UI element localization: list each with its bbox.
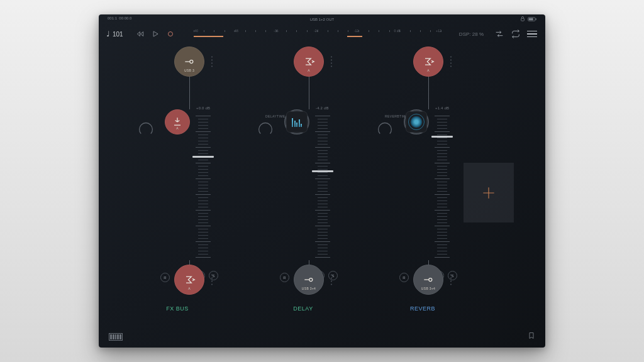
fader[interactable] bbox=[432, 116, 452, 260]
channel-reverb: A REVERBTIME +1.4 dB M S R USB 3+4 bbox=[369, 43, 476, 317]
input-io-node[interactable]: USB 3 bbox=[174, 47, 204, 77]
solo-button[interactable]: S bbox=[328, 271, 338, 280]
svg-point-4 bbox=[168, 32, 172, 36]
play-button[interactable] bbox=[150, 28, 161, 40]
channel-delay: A DELAYTIME -4.2 dB M S R USB 3+4 bbox=[250, 43, 357, 317]
footer bbox=[109, 331, 535, 343]
mixer-canvas: USB 3 A +0.0 dB M S R A bbox=[99, 43, 545, 332]
sum-input-node[interactable]: A bbox=[413, 47, 443, 77]
routing-button[interactable] bbox=[494, 28, 505, 40]
param-label: DELAYTIME bbox=[265, 114, 286, 118]
output-meter: -40-48-36-24-120 dB+12 bbox=[194, 28, 441, 40]
header: ♩ 101 -40-48-36-24-120 dB+12 DSP: 28 % bbox=[99, 25, 545, 43]
status-icons bbox=[520, 16, 536, 21]
menu-button[interactable] bbox=[526, 28, 538, 40]
svg-rect-2 bbox=[536, 18, 536, 20]
channel-name[interactable]: DELAY bbox=[250, 305, 357, 312]
channel-name[interactable]: FX BUS bbox=[124, 305, 231, 312]
record-button[interactable] bbox=[165, 28, 176, 40]
rewind-button[interactable] bbox=[135, 28, 146, 40]
tempo[interactable]: ♩ 101 bbox=[106, 30, 123, 38]
svg-point-5 bbox=[190, 60, 193, 63]
keyboard-icon[interactable] bbox=[109, 333, 123, 341]
meter-level-r bbox=[347, 36, 362, 37]
output-node[interactable]: A bbox=[165, 109, 190, 134]
reverbtime-knob[interactable] bbox=[377, 121, 393, 137]
plus-icon bbox=[480, 185, 497, 201]
gain-readout: +0.0 dB bbox=[196, 106, 210, 110]
add-channel-button[interactable] bbox=[464, 163, 514, 222]
transport bbox=[135, 28, 176, 40]
svg-point-6 bbox=[309, 278, 313, 282]
output-io-node[interactable]: USB 3+4 bbox=[413, 265, 443, 295]
reverb-fx-node[interactable] bbox=[404, 109, 429, 134]
sum-node[interactable]: A bbox=[174, 265, 204, 295]
channel-fxbus: USB 3 A +0.0 dB M S R A bbox=[130, 43, 237, 317]
fader[interactable] bbox=[313, 116, 333, 260]
svg-rect-0 bbox=[521, 18, 525, 21]
sum-input-node[interactable]: A bbox=[294, 47, 324, 77]
gain-readout: +1.4 dB bbox=[435, 106, 449, 110]
delaytime-knob[interactable] bbox=[257, 121, 274, 137]
battery-icon bbox=[528, 17, 536, 21]
daw-mixer-view: 001:1 00:00.0 USB 1+2 OUT ♩ 101 -40-48-3… bbox=[99, 14, 545, 348]
delay-fx-node[interactable] bbox=[284, 109, 309, 134]
output-io-node[interactable]: USB 3+4 bbox=[294, 265, 324, 295]
record-arm-button[interactable]: R bbox=[399, 273, 409, 282]
topbar: 001:1 00:00.0 USB 1+2 OUT bbox=[99, 14, 545, 25]
svg-rect-3 bbox=[529, 18, 533, 20]
dsp-readout: DSP: 28 % bbox=[459, 31, 484, 37]
loop-button[interactable] bbox=[510, 28, 521, 40]
transport-position: 001:1 00:00.0 bbox=[108, 16, 131, 20]
note-icon: ♩ bbox=[106, 30, 110, 38]
bookmark-icon[interactable] bbox=[528, 331, 535, 343]
channel-name[interactable]: REVERB bbox=[369, 305, 476, 312]
svg-point-7 bbox=[429, 278, 432, 282]
lock-icon bbox=[520, 16, 525, 21]
solo-button[interactable]: S bbox=[209, 271, 218, 280]
gain-readout: -4.2 dB bbox=[316, 106, 329, 110]
output-label: USB 1+2 OUT bbox=[310, 18, 335, 21]
record-arm-button[interactable]: R bbox=[160, 273, 170, 282]
send-knob[interactable] bbox=[138, 121, 154, 137]
meter-level-l bbox=[194, 36, 223, 37]
fader[interactable] bbox=[193, 116, 213, 260]
solo-button[interactable]: S bbox=[448, 271, 457, 280]
record-arm-button[interactable]: R bbox=[280, 273, 289, 282]
